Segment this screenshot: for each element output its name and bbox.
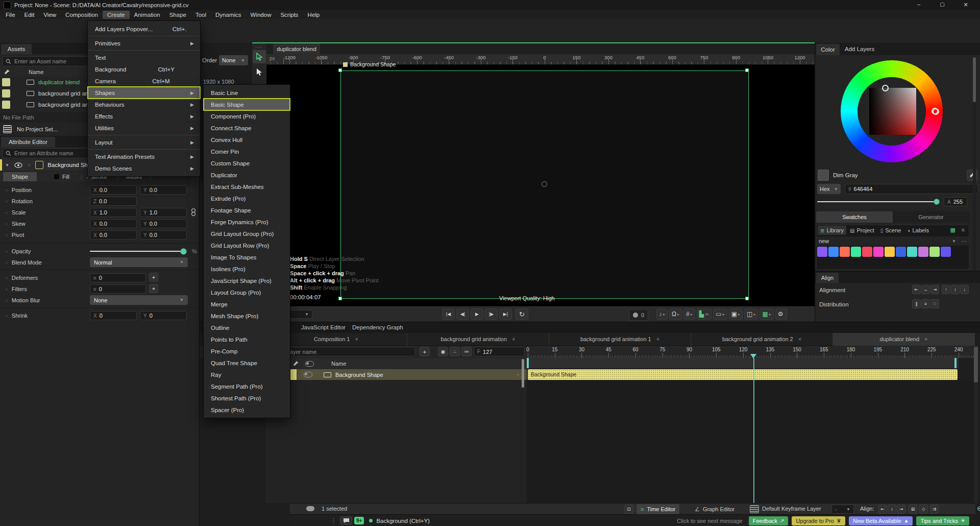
minimize-button[interactable]: – (909, 1, 929, 7)
shapes-submenu-item[interactable]: Basic Shape (204, 99, 290, 110)
keyframe-layer-label[interactable]: Default Keyframe Layer (762, 506, 821, 512)
visibility-toggle-icon[interactable] (304, 372, 312, 377)
opacity-slider-track[interactable] (90, 251, 185, 252)
create-menu-item[interactable]: Behaviours ▶ (88, 99, 200, 110)
transport-button[interactable]: |◀ (442, 308, 455, 320)
color-swatch[interactable] (896, 247, 906, 257)
timeline-scrollbar-thumb[interactable] (974, 347, 978, 382)
current-color-swatch[interactable] (818, 170, 829, 181)
shapes-submenu-item[interactable]: Outline (204, 322, 290, 333)
status-action-button[interactable]: Upgrade to Pro♛ (792, 516, 845, 525)
color-swatch[interactable] (941, 247, 951, 257)
menu-bar-item[interactable]: Window (246, 11, 276, 19)
shrink-x-field[interactable]: X0 (90, 311, 137, 320)
color-swatch[interactable] (918, 247, 928, 257)
filter-settings-icon[interactable]: ≔ (461, 347, 472, 356)
tab-fill[interactable]: Fill (62, 174, 69, 180)
position-x-field[interactable]: X0.0 (90, 185, 137, 195)
shapes-submenu-item[interactable]: Extrude (Pro) (204, 193, 290, 204)
message-count-badge[interactable]: 9+ (354, 517, 364, 524)
visibility-toggle-icon[interactable] (305, 361, 314, 367)
transport-button[interactable]: ▶| (499, 308, 512, 320)
pivot-x-field[interactable]: X0.0 (90, 230, 137, 240)
menu-bar-item[interactable]: File (1, 11, 20, 19)
shapes-submenu-item[interactable]: Component (Pro) (204, 110, 290, 122)
shapes-submenu-item[interactable]: Quad Tree Shape (204, 357, 290, 369)
create-menu-item[interactable]: Text (88, 52, 200, 63)
create-menu-item[interactable]: Effects ▶ (88, 110, 200, 122)
shapes-submenu-item[interactable]: Forge Dynamics (Pro) (204, 216, 290, 228)
shapes-submenu-item[interactable]: Layout Group (Pro) (204, 286, 290, 298)
solo-circle-icon[interactable]: ○ (28, 162, 30, 168)
pivot-point-icon[interactable] (542, 181, 547, 187)
shapes-submenu-item[interactable]: Custom Shape (204, 157, 290, 169)
close-icon[interactable]: × (924, 336, 927, 342)
selection-handle[interactable] (338, 297, 342, 300)
keyframe-tool-button[interactable]: ◇ (919, 505, 928, 514)
distribute-button[interactable]: ∷ (930, 299, 939, 308)
layer-track-bar[interactable]: Background Shape (528, 369, 958, 380)
shapes-submenu-item[interactable]: Duplicator (204, 169, 290, 181)
color-swatch[interactable] (817, 247, 827, 257)
color-swatch[interactable] (828, 247, 839, 257)
shapes-submenu-item[interactable]: Shortest Path (Pro) (204, 392, 290, 404)
playhead-line[interactable] (753, 358, 754, 503)
shapes-submenu-item[interactable]: Convex Hull (204, 134, 290, 146)
layer-filter-input[interactable]: Layer name (278, 347, 415, 356)
shapes-submenu-item[interactable]: Extract Sub-Meshes (204, 181, 290, 193)
library-tab[interactable]: ▯Scene (878, 226, 904, 235)
timecode-format-dropdown[interactable]: ▼ (289, 310, 312, 319)
color-swatch[interactable] (907, 247, 917, 257)
shapes-submenu-item[interactable]: Isolines (Pro) (204, 263, 290, 275)
menu-bar-item[interactable]: Tool (191, 11, 211, 19)
shapes-submenu-item[interactable]: Merge (204, 298, 290, 310)
menu-bar-item[interactable]: Composition (61, 11, 103, 19)
shapes-submenu-item[interactable]: Basic Line (204, 87, 290, 99)
alpha-slider-knob[interactable] (934, 199, 940, 205)
chevron-down-icon[interactable]: ▼ (5, 163, 9, 168)
shapes-submenu-item[interactable]: Grid Layout Group (Pro) (204, 228, 290, 240)
skew-y-field[interactable]: Y0.0 (140, 219, 187, 228)
tab-assets[interactable]: Assets (1, 44, 32, 54)
library-tab[interactable]: ≣Library (818, 226, 846, 235)
shapes-submenu-item[interactable]: Image To Shapes (204, 251, 290, 263)
drag-handle[interactable]: ⋮ (331, 517, 336, 524)
composition-tab[interactable]: background grid animation 1× (549, 333, 691, 346)
layer-swatch[interactable] (35, 161, 43, 169)
menu-bar-item[interactable]: Scripts (276, 11, 303, 19)
project-set-label[interactable]: No Project Set... (17, 126, 58, 132)
deformers-field[interactable]: ≡0 (90, 273, 146, 282)
create-menu-item[interactable]: Add Layers Popover... Ctrl+. (88, 23, 200, 35)
shapes-submenu-item[interactable]: Points to Path (204, 333, 290, 345)
time-editor-button[interactable]: ≡ Time Editor (636, 504, 679, 514)
align-button[interactable]: ↕ (951, 285, 960, 294)
distribute-button[interactable]: ∥ (912, 299, 921, 308)
shapes-submenu-item[interactable]: Segment Path (Pro) (204, 380, 290, 392)
shapes-submenu-item[interactable]: Spacer (Pro) (204, 404, 290, 416)
link-scale-icon[interactable] (190, 208, 197, 217)
select-tool-button[interactable] (253, 50, 266, 63)
color-mode-dropdown[interactable]: Hex▼ (817, 184, 841, 194)
shapes-submenu-item[interactable]: Footage Shape (204, 204, 290, 216)
panel-scrollbar-track[interactable] (973, 56, 976, 271)
align-button[interactable]: ⇥ (897, 505, 905, 514)
keyframe-filter-field[interactable]: -▼ (831, 505, 854, 514)
tab-color[interactable]: Color (816, 44, 840, 55)
tab-add-layers[interactable]: Add Layers (845, 46, 874, 52)
align-button[interactable]: ⇤ (912, 285, 921, 294)
composition-tab[interactable]: duplicator blend× (833, 333, 975, 346)
order-dropdown[interactable]: None▼ (219, 55, 248, 65)
asset-color-swatch[interactable] (2, 89, 10, 98)
menu-bar-item[interactable]: Help (303, 11, 325, 19)
selection-handle[interactable] (745, 297, 749, 300)
layer-row[interactable]: Background Shape ○ (265, 369, 527, 380)
selection-handle[interactable] (745, 68, 749, 72)
status-action-button[interactable]: Tips and Tricks☀ (916, 516, 969, 525)
color-swatch[interactable] (862, 247, 872, 257)
menu-bar-item[interactable]: Animation (130, 11, 165, 19)
saturation-value-box[interactable] (869, 88, 916, 135)
blend-mode-dropdown[interactable]: Normal▼ (90, 257, 188, 267)
rotation-z-field[interactable]: Z0.0 (90, 197, 137, 206)
tab-swatches[interactable]: Swatches (816, 211, 893, 223)
color-swatch[interactable] (873, 247, 884, 257)
